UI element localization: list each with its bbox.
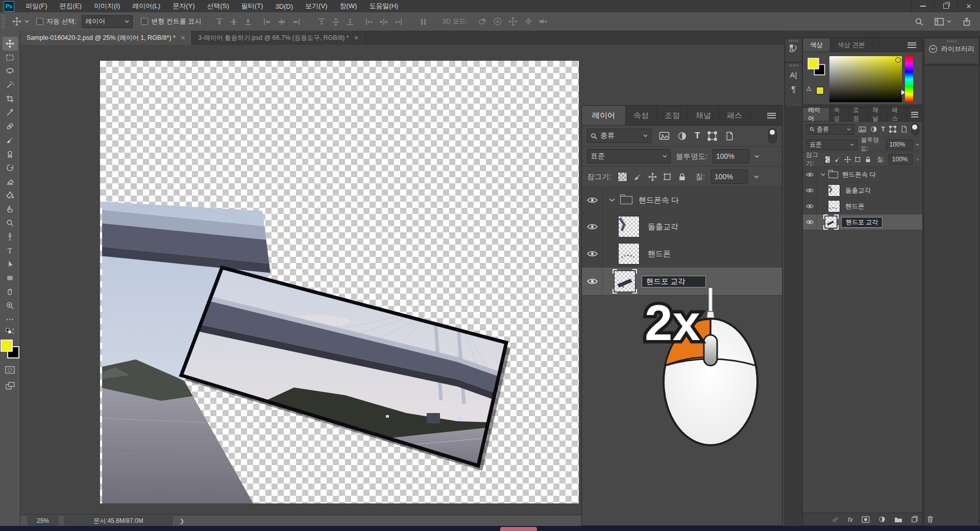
character-panel-icon[interactable]: A| (790, 70, 797, 79)
lock-all-icon[interactable] (865, 156, 871, 163)
filter-type-layers-icon[interactable]: T (695, 131, 700, 141)
opacity-chevron-icon[interactable] (754, 155, 760, 158)
3d-slide-icon[interactable] (524, 17, 533, 26)
panel-drag-handle[interactable] (789, 40, 798, 42)
menu-edit[interactable]: 편집(E) (54, 0, 88, 12)
3d-roll-icon[interactable] (493, 17, 502, 26)
restore-button[interactable] (934, 0, 957, 12)
visibility-toggle[interactable] (582, 213, 603, 240)
layer-thumbnail[interactable] (618, 243, 640, 264)
visibility-toggle[interactable] (803, 199, 817, 214)
layer-rename-input[interactable]: 핸드포 교각 (841, 217, 883, 228)
new-layer-icon[interactable] (911, 516, 918, 523)
crop-tool[interactable] (3, 92, 18, 106)
menu-select[interactable]: 선택(S) (201, 0, 235, 12)
lock-position-icon[interactable] (844, 156, 851, 163)
distribute-vcenter-icon[interactable] (332, 18, 340, 26)
layer-name[interactable]: 핸드폰 (648, 249, 671, 259)
menu-window[interactable]: 창(W) (333, 0, 363, 12)
healing-brush-tool[interactable] (3, 119, 18, 133)
menu-3d[interactable]: 3D(D) (269, 0, 299, 12)
quick-mask-toggle[interactable] (3, 363, 18, 377)
layer-thumbnail[interactable] (618, 216, 640, 237)
shape-tool[interactable] (3, 271, 18, 285)
auto-select-checkbox[interactable] (36, 18, 43, 25)
smudge-tool[interactable] (3, 202, 18, 216)
layer-name[interactable]: 핸드폰 (845, 202, 865, 211)
layer-group-row[interactable]: 핸드폰속 다 (803, 167, 922, 183)
add-layer-mask-icon[interactable] (862, 516, 870, 523)
filter-adjustment-layers-icon[interactable] (870, 126, 877, 133)
tab-adjustments[interactable]: 조정 (657, 106, 688, 125)
hue-slider[interactable] (905, 56, 913, 102)
layer-row[interactable]: 핸드폰 (582, 240, 782, 268)
tab-properties[interactable]: 속성 (829, 108, 849, 121)
distribute-hcenter-icon[interactable] (380, 18, 388, 26)
hand-tool[interactable] (3, 285, 18, 299)
panel-menu-icon[interactable] (907, 108, 922, 121)
fill-field[interactable]: 100% (711, 170, 748, 184)
align-right-icon[interactable] (292, 18, 300, 26)
layer-row[interactable]: 돌출교각 (803, 183, 922, 199)
filter-smart-objects-icon[interactable] (725, 131, 733, 141)
options-drag-handle[interactable] (2, 15, 5, 28)
layer-thumbnail-selected[interactable] (825, 216, 837, 228)
visibility-toggle[interactable] (582, 240, 603, 267)
swap-colors-icon[interactable] (3, 326, 18, 336)
eraser-tool[interactable] (3, 175, 18, 188)
tab-swatches[interactable]: 색상 견본 (830, 38, 872, 52)
tab-layers[interactable]: 레이어 (582, 106, 626, 125)
gamut-color-chip[interactable] (816, 87, 824, 94)
distribute-left-icon[interactable] (365, 18, 374, 26)
opacity-field[interactable]: 100% (713, 149, 749, 163)
lock-pixels-icon[interactable] (633, 173, 642, 181)
visibility-toggle[interactable] (803, 167, 817, 182)
layer-effects-icon[interactable]: fx (848, 516, 853, 523)
share-icon[interactable] (963, 17, 971, 26)
tab-channels[interactable]: 채널 (688, 106, 719, 125)
search-icon[interactable] (915, 17, 923, 26)
lock-transparency-icon[interactable] (618, 172, 627, 182)
taskbar-item[interactable] (500, 527, 537, 531)
distribute-bottom-icon[interactable] (346, 18, 354, 26)
lock-artboard-icon[interactable] (854, 156, 861, 163)
new-adjustment-layer-icon[interactable] (878, 516, 886, 523)
zoom-tool[interactable] (3, 299, 18, 312)
path-select-tool[interactable] (3, 257, 18, 271)
link-layers-icon[interactable] (831, 516, 839, 523)
move-tool[interactable] (3, 37, 18, 51)
group-expand-chevron-icon[interactable] (821, 173, 825, 176)
menu-image[interactable]: 이미지(I) (88, 0, 126, 12)
paragraph-panel-icon[interactable]: ¶ (791, 85, 796, 94)
group-expand-chevron-icon[interactable] (609, 198, 615, 202)
panel-drag-handle[interactable] (947, 40, 957, 42)
tab-color[interactable]: 색상 (803, 38, 830, 52)
visibility-toggle[interactable] (803, 214, 817, 230)
blend-mode-dropdown[interactable]: 표준 (806, 139, 857, 150)
align-left-icon[interactable] (263, 18, 272, 26)
photoshop-logo[interactable]: Ps (4, 1, 14, 12)
layer-thumbnail[interactable] (828, 200, 840, 212)
fill-field[interactable]: 100% (889, 154, 913, 165)
blend-mode-dropdown[interactable]: 표준 (587, 149, 671, 163)
align-vcenter-icon[interactable] (230, 18, 238, 26)
brush-tool[interactable] (3, 133, 18, 147)
layer-name[interactable]: 핸드폰속 다 (842, 171, 876, 179)
lock-artboard-icon[interactable] (663, 173, 672, 181)
lasso-tool[interactable] (3, 64, 18, 78)
tab-paths[interactable]: 패스 (888, 108, 907, 121)
layer-name[interactable]: 핸드폰속 다 (639, 196, 679, 205)
minimize-button[interactable] (911, 0, 934, 12)
filter-pixel-layers-icon[interactable] (659, 131, 670, 140)
panel-drag-handle[interactable] (789, 64, 798, 66)
lock-pixels-icon[interactable] (834, 156, 841, 163)
align-top-icon[interactable] (215, 18, 224, 26)
pen-tool[interactable] (3, 230, 18, 244)
menu-help[interactable]: 도움말(H) (363, 0, 404, 12)
visibility-toggle[interactable] (582, 268, 603, 295)
opacity-field[interactable]: 100% (886, 139, 913, 150)
dodge-tool[interactable] (3, 216, 18, 230)
status-chevron-icon[interactable]: ❯ (180, 518, 184, 524)
layer-row[interactable]: 돌출교각 (582, 213, 782, 240)
clone-stamp-tool[interactable] (3, 147, 18, 161)
